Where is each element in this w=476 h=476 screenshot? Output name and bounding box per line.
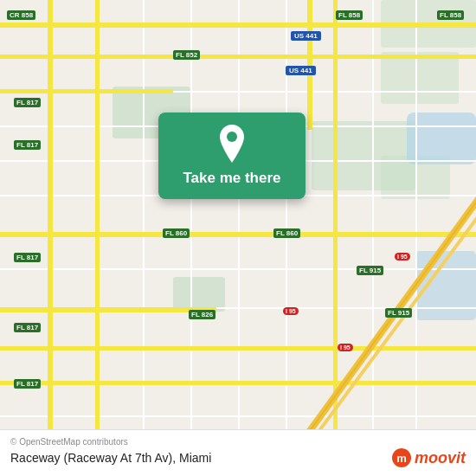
road-label-fl860b: FL 860: [273, 228, 300, 238]
road-label-fl852: FL 852: [173, 50, 200, 60]
map-container: CR 858 FL 858 FL 858 US 441 FL 852 US 44…: [0, 0, 476, 476]
road-label-i95b: I 95: [338, 344, 353, 351]
major-road: [0, 346, 476, 351]
major-road: [0, 55, 476, 59]
major-road: [0, 23, 476, 28]
road-label-fl817a: FL 817: [14, 98, 41, 107]
road: [238, 0, 240, 476]
svg-point-3: [227, 132, 237, 142]
road-label-fl858b: FL 858: [437, 10, 464, 20]
road: [372, 0, 374, 476]
road-label-fl817e: FL 817: [14, 379, 41, 389]
take-me-there-popup[interactable]: Take me there: [158, 113, 306, 199]
road-label-us441b: US 441: [286, 66, 316, 75]
major-road: [0, 89, 173, 93]
road-label-fl915a: FL 915: [357, 266, 383, 275]
road-label-us441: US 441: [291, 31, 321, 41]
road-label-cr858: CR 858: [7, 10, 35, 20]
major-road: [333, 0, 338, 476]
road-label-i95a: I 95: [283, 307, 299, 315]
major-road: [0, 307, 216, 312]
road-label-fl817b: FL 817: [14, 140, 41, 150]
green-area: [381, 52, 459, 104]
attribution-text: © OpenStreetMap contributors: [10, 437, 466, 447]
water-area: [407, 113, 476, 164]
road: [143, 0, 145, 476]
location-pin-icon: [216, 125, 248, 163]
road-label-fl860a: FL 860: [163, 228, 190, 238]
road: [415, 0, 417, 476]
location-row: Raceway (Raceway At 7th Av), Miami m moo…: [10, 448, 466, 467]
major-road: [0, 381, 476, 385]
road-label-fl817c: FL 817: [14, 253, 41, 262]
popup-label: Take me there: [183, 170, 280, 187]
major-road: [48, 0, 53, 476]
location-name: Raceway (Raceway At 7th Av), Miami: [10, 451, 211, 465]
moovit-dot: m: [392, 448, 411, 467]
moovit-logo: m moovit: [392, 448, 466, 467]
major-road: [95, 0, 100, 476]
green-area: [173, 277, 225, 312]
water-area: [415, 251, 476, 320]
major-road: [0, 232, 476, 237]
bottom-bar: © OpenStreetMap contributors Raceway (Ra…: [0, 429, 476, 476]
moovit-text: moovit: [415, 449, 466, 467]
road-label-fl817d: FL 817: [14, 323, 41, 332]
road-label-i95c: I 95: [395, 253, 410, 261]
major-road: [307, 0, 312, 130]
road-label-fl826: FL 826: [189, 310, 215, 319]
road: [190, 0, 192, 476]
road-label-fl915b: FL 915: [385, 308, 412, 318]
road-label-fl858: FL 858: [336, 10, 363, 20]
